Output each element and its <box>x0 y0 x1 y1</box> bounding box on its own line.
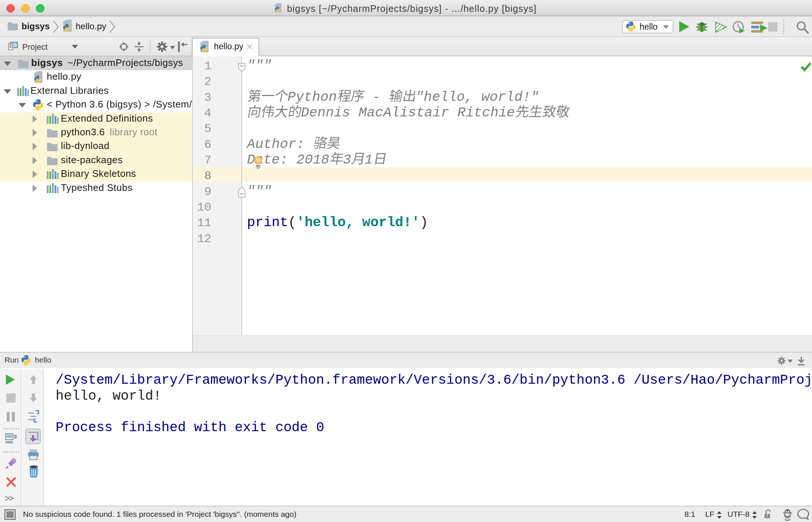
svg-text:Author:: Author: <box>246 136 313 152</box>
svg-text:1: 1 <box>364 152 373 168</box>
svg-text:Dennis MacAlistair Ritchie: Dennis MacAlistair Ritchie <box>301 105 515 120</box>
svg-text:-: - <box>364 89 389 105</box>
svg-text:(: ( <box>288 215 296 230</box>
svg-text:'hello, world!': 'hello, world!' <box>296 215 420 230</box>
svg-text:Python: Python <box>287 89 337 105</box>
svg-text:/System/Library/Frameworks/Pyt: /System/Library/Frameworks/Python.framew… <box>56 372 812 388</box>
svg-text:): ) <box>420 215 428 230</box>
svg-text:""": """ <box>247 58 272 73</box>
svg-text:3: 3 <box>343 152 351 168</box>
svg-text:hello, world!: hello, world! <box>56 388 161 404</box>
svg-text:""": """ <box>247 184 272 199</box>
svg-text:T: T <box>766 514 768 518</box>
svg-text:"hello, world!": "hello, world!" <box>416 89 539 105</box>
svg-text:Process finished with exit cod: Process finished with exit code 0 <box>56 420 324 435</box>
svg-text:print: print <box>247 215 288 230</box>
